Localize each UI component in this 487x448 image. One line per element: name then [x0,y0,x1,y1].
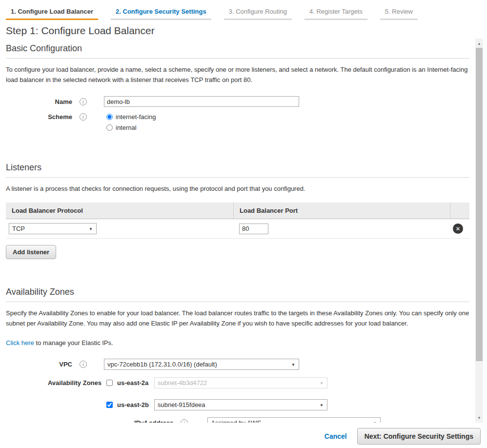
listener-row: TCP ▼ ✕ [6,219,469,239]
vpc-info-icon[interactable]: i [80,361,87,368]
scheme-label: Scheme [6,113,72,121]
ipv4-info-icon[interactable]: i [181,419,188,423]
name-label: Name [6,98,72,105]
column-header-port: Load Balancer Port [233,203,450,219]
tab-configure-security-settings[interactable]: 2. Configure Security Settings [111,6,211,20]
subnet-select-value: subnet-915fdeea [158,401,205,408]
page-title: Step 1: Configure Load Balancer [6,25,487,37]
listeners-description: A listener is a process that checks for … [6,183,469,194]
listeners-heading: Listeners [6,158,469,178]
vpc-row: VPC i vpc-72cebb1b (172.31.0.0/16) (defa… [6,359,469,370]
chevron-down-icon: ▼ [291,363,295,367]
scheme-radio-internal[interactable] [106,124,113,131]
chevron-down-icon: ▼ [373,421,377,423]
scroll-down-icon[interactable]: ▼ [475,414,483,422]
zone-checkbox-us-east-2b[interactable] [106,402,113,408]
protocol-select[interactable]: TCP ▼ [9,223,97,234]
zone-name: us-east-2b [117,401,154,408]
vpc-select[interactable]: vpc-72cebb1b (172.31.0.0/16) (default) ▼ [104,359,299,370]
tab-review: 5. Review [380,6,418,20]
ipv4-address-select[interactable]: Assigned by AWS ▼ [207,417,381,423]
availability-zones-label: Availability Zones [6,379,101,387]
elastic-ip-line: Click here to manage your Elastic IPs. [6,339,469,346]
availability-zones-heading: Availability Zones [6,282,469,302]
tab-configure-load-balancer[interactable]: 1. Configure Load Balancer [6,6,98,20]
column-header-actions [450,203,469,219]
ipv4-select-value: Assigned by AWS [211,419,261,423]
name-info-icon[interactable]: i [80,98,87,105]
ipv4-address-label: IPv4 address [134,419,173,423]
tab-register-targets: 4. Register Targets [304,6,367,20]
zone-checkbox-us-east-2a[interactable] [106,380,113,386]
scheme-row: Scheme i internet-facing internal [6,113,469,135]
name-input[interactable] [104,96,299,107]
scheme-info-icon[interactable]: i [80,113,87,121]
add-listener-button[interactable]: Add listener [6,245,56,259]
subnet-select-us-east-2a: subnet-4b3d4722 ▼ [154,377,327,388]
cancel-button[interactable]: Cancel [325,432,347,440]
subnet-select-us-east-2b[interactable]: subnet-915fdeea ▼ [154,399,327,410]
scrollbar[interactable]: ▲ ▼ [475,39,483,423]
zone-row-us-east-2b: us-east-2b subnet-915fdeea ▼ [6,399,469,410]
footer-actions: Cancel Next: Configure Security Settings [0,423,487,448]
next-configure-security-settings-button[interactable]: Next: Configure Security Settings [357,428,481,445]
basic-configuration-heading: Basic Configuration [6,39,469,59]
availability-zones-description: Specify the Availability Zones to enable… [6,308,469,328]
chevron-down-icon: ▼ [89,227,93,231]
tab-configure-routing: 3. Configure Routing [224,6,292,20]
scrollbar-thumb[interactable] [476,48,483,361]
protocol-select-value: TCP [12,225,25,232]
basic-configuration-description: To configure your load balancer, provide… [6,64,469,85]
zone-name: us-east-2a [117,379,154,387]
chevron-down-icon: ▼ [320,381,324,386]
name-row: Name i [6,96,469,107]
ipv4-address-row: IPv4 address i Assigned by AWS ▼ [134,417,469,423]
listeners-table: Load Balancer Protocol Load Balancer Por… [6,203,469,239]
chevron-down-icon: ▼ [320,403,324,407]
scheme-radio-internet-facing[interactable] [106,114,113,120]
manage-elastic-ips-link[interactable]: Click here [6,339,34,346]
content-scroll-region: Basic Configuration To configure your lo… [0,39,487,423]
subnet-select-value: subnet-4b3d4722 [158,379,207,387]
column-header-protocol: Load Balancer Protocol [6,203,233,219]
scheme-option-label: internal [116,124,137,131]
listeners-table-header: Load Balancer Protocol Load Balancer Por… [6,203,469,219]
elastic-ip-text: to manage your Elastic IPs. [34,339,113,346]
port-input[interactable] [239,224,268,234]
zone-row-us-east-2a: Availability Zones us-east-2a subnet-4b3… [6,377,469,388]
vpc-label: VPC [6,361,72,368]
vpc-select-value: vpc-72cebb1b (172.31.0.0/16) (default) [107,361,217,368]
delete-listener-icon[interactable]: ✕ [453,224,463,234]
wizard-steps: 1. Configure Load Balancer 2. Configure … [0,0,487,20]
scroll-up-icon[interactable]: ▲ [475,40,483,47]
scheme-option-label: internet-facing [116,113,156,121]
